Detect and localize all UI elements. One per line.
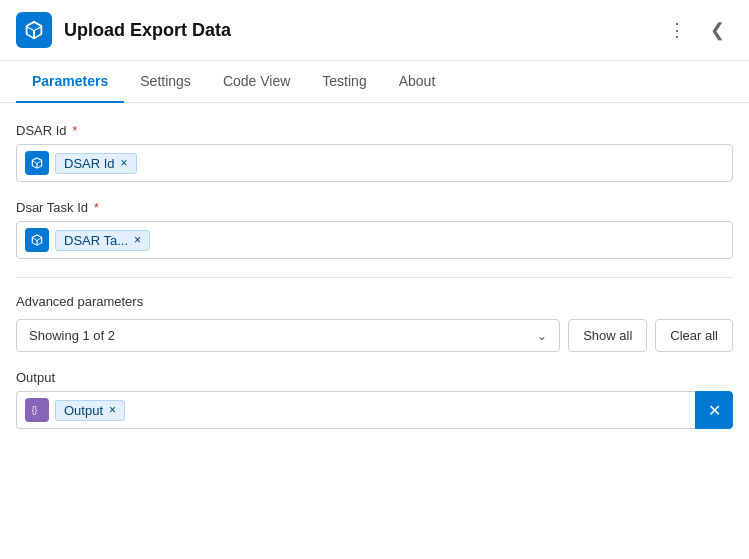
advanced-parameters-section: Advanced parameters Showing 1 of 2 ⌄ Sho…: [16, 294, 733, 352]
advanced-parameters-label: Advanced parameters: [16, 294, 733, 309]
header-left: Upload Export Data: [16, 12, 231, 48]
output-label: Output: [16, 370, 733, 385]
output-row: {} Output × ✕: [16, 391, 733, 429]
show-all-button[interactable]: Show all: [568, 319, 647, 352]
tab-testing[interactable]: Testing: [306, 61, 382, 103]
dsar-id-field-group: DSAR Id * DSAR Id ×: [16, 123, 733, 182]
tabs-bar: Parameters Settings Code View Testing Ab…: [0, 61, 749, 103]
chevron-down-icon: ⌄: [537, 329, 547, 343]
dsar-task-id-required: *: [90, 200, 99, 215]
app-container: Upload Export Data ⋮ ❮ Parameters Settin…: [0, 0, 749, 532]
advanced-dropdown-row: Showing 1 of 2 ⌄ Show all Clear all: [16, 319, 733, 352]
advanced-dropdown-text: Showing 1 of 2: [29, 328, 115, 343]
header: Upload Export Data ⋮ ❮: [0, 0, 749, 61]
page-title: Upload Export Data: [64, 20, 231, 41]
dsar-id-remove-button[interactable]: ×: [121, 157, 128, 169]
main-content: DSAR Id * DSAR Id × Dsar Task Id *: [0, 103, 749, 532]
output-tag: Output ×: [55, 400, 125, 421]
dsar-id-input[interactable]: DSAR Id ×: [16, 144, 733, 182]
output-tag-icon: {}: [25, 398, 49, 422]
tab-code-view[interactable]: Code View: [207, 61, 306, 103]
clear-all-button[interactable]: Clear all: [655, 319, 733, 352]
dsar-task-id-label: Dsar Task Id *: [16, 200, 733, 215]
dsar-id-label: DSAR Id *: [16, 123, 733, 138]
more-options-button[interactable]: ⋮: [660, 17, 694, 43]
dsar-id-tag: DSAR Id ×: [55, 153, 137, 174]
dsar-task-id-input[interactable]: DSAR Ta... ×: [16, 221, 733, 259]
svg-text:{}: {}: [32, 406, 38, 415]
output-remove-button[interactable]: ×: [109, 404, 116, 416]
dsar-id-required: *: [69, 123, 78, 138]
output-clear-button[interactable]: ✕: [695, 391, 733, 429]
dsar-task-id-tag-icon: [25, 228, 49, 252]
dsar-id-tag-label: DSAR Id: [64, 156, 115, 171]
tab-settings[interactable]: Settings: [124, 61, 207, 103]
dsar-task-id-remove-button[interactable]: ×: [134, 234, 141, 246]
advanced-dropdown[interactable]: Showing 1 of 2 ⌄: [16, 319, 560, 352]
output-section: Output {} Output × ✕: [16, 370, 733, 429]
dsar-id-tag-icon: [25, 151, 49, 175]
output-input[interactable]: {} Output ×: [16, 391, 695, 429]
tab-parameters[interactable]: Parameters: [16, 61, 124, 103]
dsar-task-id-tag: DSAR Ta... ×: [55, 230, 150, 251]
close-icon: ✕: [708, 401, 721, 420]
back-button[interactable]: ❮: [702, 17, 733, 43]
dsar-task-id-tag-label: DSAR Ta...: [64, 233, 128, 248]
dsar-task-id-field-group: Dsar Task Id * DSAR Ta... ×: [16, 200, 733, 259]
tab-about[interactable]: About: [383, 61, 452, 103]
app-icon: [16, 12, 52, 48]
output-tag-label: Output: [64, 403, 103, 418]
header-actions: ⋮ ❮: [660, 17, 733, 43]
section-divider: [16, 277, 733, 278]
